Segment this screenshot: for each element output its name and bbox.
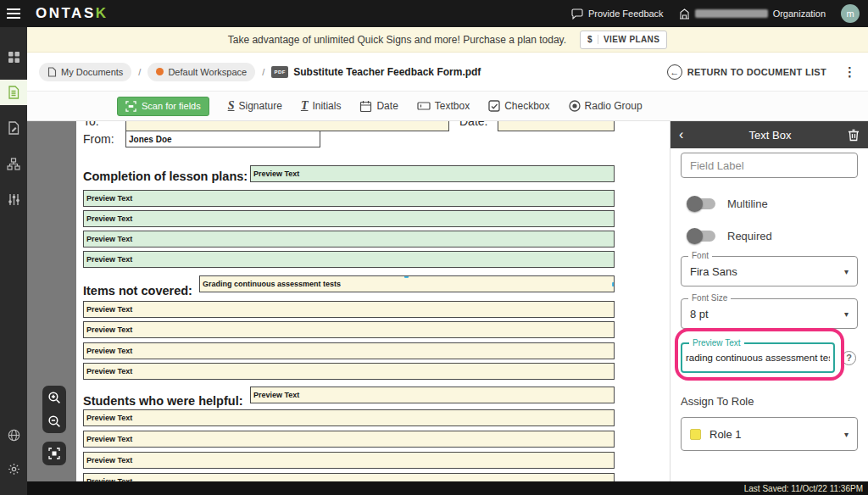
preview-field[interactable]: Preview Text: [83, 301, 615, 318]
tool-signature[interactable]: S Signature: [228, 100, 282, 112]
preview-field[interactable]: Preview Text: [83, 210, 615, 227]
ontask-logo: ONTASK: [36, 5, 108, 22]
sidebar-item-language[interactable]: [0, 422, 27, 448]
provide-feedback-button[interactable]: Provide Feedback: [571, 8, 664, 19]
tool-textbox[interactable]: Textbox: [417, 100, 470, 112]
field-properties-panel: ‹ Text Box Multiline Required Font Fira …: [670, 121, 868, 481]
app-window: ONTASK Provide Feedback Organization m T…: [0, 0, 868, 495]
view-plans-button[interactable]: $ VIEW PLANS: [580, 31, 667, 49]
delete-field-button[interactable]: [848, 129, 860, 142]
sidebar-item-filters[interactable]: [0, 186, 27, 212]
breadcrumb-label: My Documents: [61, 67, 123, 77]
date-field[interactable]: [498, 121, 615, 131]
preview-field[interactable]: Preview Text: [83, 452, 615, 469]
document-pen-icon: [8, 121, 19, 135]
tool-date[interactable]: Date: [359, 100, 398, 113]
from-label: From:: [83, 132, 114, 146]
status-bar: Last Saved: 11/Oct/22 11:36PM: [27, 481, 868, 495]
sitemap-icon: [7, 158, 20, 170]
calendar-icon: [359, 100, 372, 113]
panel-back-icon[interactable]: ‹: [679, 127, 693, 142]
hamburger-menu-icon[interactable]: [0, 0, 27, 27]
folder-doc-icon: [47, 67, 57, 77]
font-size-select[interactable]: Font Size 8 pt ▾: [681, 298, 858, 329]
sidebar-item-settings[interactable]: [0, 456, 27, 481]
multiline-toggle[interactable]: [687, 198, 715, 209]
checkbox-icon: [488, 100, 500, 112]
preview-field[interactable]: Preview Text: [83, 190, 615, 207]
user-avatar[interactable]: m: [841, 4, 860, 23]
selection-handle[interactable]: [404, 275, 409, 278]
feedback-bubble-icon: [571, 8, 583, 19]
dollar-icon: $: [587, 35, 598, 44]
preview-field[interactable]: Preview Text: [250, 165, 615, 182]
return-to-document-list-button[interactable]: ← RETURN TO DOCUMENT LIST: [667, 64, 826, 80]
tool-checkbox[interactable]: Checkbox: [488, 100, 549, 112]
radio-icon: [569, 100, 581, 112]
font-select-value: Fira Sans: [690, 265, 737, 278]
organization-icon: [679, 8, 690, 19]
fit-screen-button[interactable]: [42, 442, 66, 465]
preview-field[interactable]: Preview Text: [83, 321, 615, 338]
toggle-thumb: [687, 228, 703, 244]
preview-field[interactable]: Preview Text: [83, 431, 615, 448]
panel-body: Multiline Required Font Fira Sans ▾ Font…: [670, 148, 868, 451]
left-nav-sidebar: [0, 27, 27, 495]
preview-field[interactable]: Preview Text: [83, 363, 615, 380]
field-label-input[interactable]: [681, 153, 858, 178]
sidebar-item-workflows[interactable]: [0, 151, 27, 176]
breadcrumb-my-documents[interactable]: My Documents: [39, 63, 131, 81]
preview-text-label: Preview Text: [689, 338, 744, 348]
grid-icon: [8, 51, 20, 64]
help-icon[interactable]: ?: [842, 351, 856, 365]
pdf-file-icon: PDF: [271, 66, 288, 78]
tool-initials[interactable]: T Initials: [301, 100, 342, 112]
tool-radio-group[interactable]: Radio Group: [569, 100, 643, 112]
organization-menu[interactable]: Organization: [679, 8, 826, 19]
breadcrumb-workspace[interactable]: Default Workspace: [147, 63, 255, 81]
preview-field[interactable]: Preview Text: [83, 409, 615, 426]
sidebar-item-documents[interactable]: [0, 80, 27, 105]
preview-field[interactable]: Preview Text: [83, 473, 615, 481]
zoom-in-button[interactable]: [42, 386, 66, 409]
kebab-menu-icon[interactable]: ⋮: [843, 64, 856, 80]
scan-for-fields-button[interactable]: Scan for fields: [117, 97, 209, 116]
workspace-dot-icon: [156, 68, 164, 75]
sidebar-item-sign[interactable]: [0, 115, 27, 141]
globe-icon: [8, 429, 20, 442]
role-select[interactable]: Role 1 ▾: [681, 417, 858, 451]
return-label: RETURN TO DOCUMENT LIST: [687, 67, 826, 77]
scan-icon: [125, 101, 136, 112]
last-saved-text: Last Saved: 11/Oct/22 11:36PM: [744, 484, 863, 493]
promo-banner: Take advantage of unlimited Quick Signs …: [27, 27, 868, 53]
signature-icon: S: [228, 100, 235, 112]
gear-icon: [8, 463, 20, 476]
zoom-out-button[interactable]: [42, 409, 66, 433]
from-field[interactable]: Jones Doe: [125, 131, 320, 147]
font-select[interactable]: Font Fira Sans ▾: [681, 256, 858, 286]
preview-text-row: Preview Text ?: [681, 342, 858, 373]
document-title-text: Substitute Teacher Feedback Form.pdf: [293, 66, 481, 78]
sidebar-item-dashboard[interactable]: [0, 44, 27, 70]
tool-label: Radio Group: [585, 100, 643, 112]
chevron-down-icon: ▾: [844, 309, 849, 319]
preview-field[interactable]: Preview Text: [250, 387, 615, 403]
preview-field[interactable]: Preview Text: [83, 231, 615, 248]
sliders-icon: [8, 193, 20, 206]
document-icon: [8, 86, 19, 99]
logo-accent: K: [96, 5, 108, 21]
role-select-value: Role 1: [709, 428, 742, 441]
breadcrumb-actions: ← RETURN TO DOCUMENT LIST ⋮: [667, 64, 856, 80]
to-label: To:: [83, 121, 99, 128]
selection-handle[interactable]: [612, 282, 615, 286]
required-toggle[interactable]: [687, 231, 715, 242]
selected-text-field[interactable]: Grading continuous assessment tests: [199, 275, 615, 292]
date-label: Date:: [459, 121, 487, 128]
multiline-label: Multiline: [727, 197, 768, 210]
textbox-icon: [417, 100, 431, 112]
preview-field[interactable]: Preview Text: [83, 251, 615, 268]
panel-header: ‹ Text Box: [670, 121, 868, 148]
breadcrumb-label: Default Workspace: [168, 67, 247, 77]
preview-text-input-wrap: Preview Text: [681, 342, 835, 373]
preview-field[interactable]: Preview Text: [83, 342, 615, 359]
